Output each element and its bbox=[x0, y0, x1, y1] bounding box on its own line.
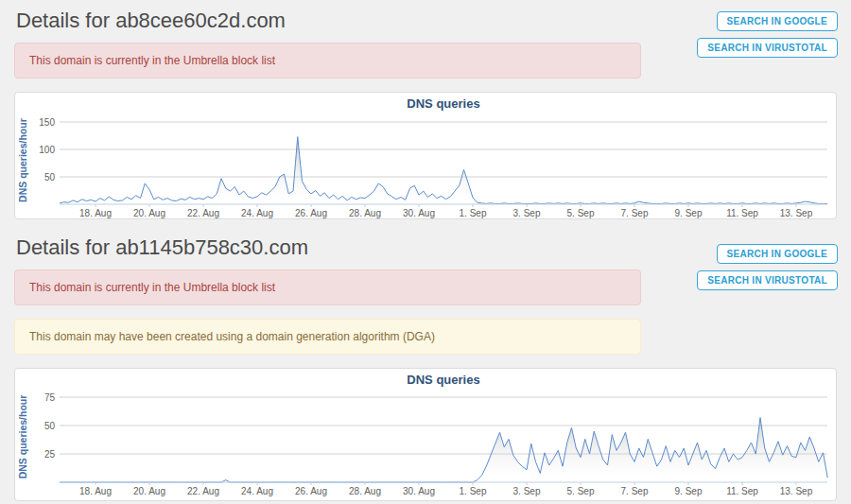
x-tick-label: 7. Sep bbox=[621, 486, 649, 496]
x-tick-label: 18. Aug bbox=[79, 208, 112, 218]
x-tick-label: 26. Aug bbox=[295, 208, 327, 218]
y-axis-title: DNS queries/hour bbox=[17, 395, 28, 479]
series-line bbox=[60, 137, 827, 204]
chart-title: DNS queries bbox=[407, 373, 479, 387]
x-tick-label: 1. Sep bbox=[460, 486, 487, 496]
x-tick-label: 11. Sep bbox=[726, 208, 758, 218]
x-tick-label: 11. Sep bbox=[726, 486, 758, 496]
dns-queries-panel: 25507518. Aug20. Aug22. Aug24. Aug26. Au… bbox=[14, 368, 837, 501]
umbrella-blocklist-alert: This domain is currently in the Umbrella… bbox=[14, 43, 641, 78]
search-buttons: SEARCH IN GOOGLE SEARCH IN VIRUSTOTAL bbox=[697, 244, 838, 297]
chart-title: DNS queries bbox=[407, 96, 479, 111]
x-tick-label: 30. Aug bbox=[403, 208, 435, 218]
x-tick-label: 30. Aug bbox=[403, 486, 435, 496]
x-tick-label: 13. Sep bbox=[780, 486, 813, 496]
x-tick-label: 24. Aug bbox=[241, 208, 273, 218]
y-tick-label: 100 bbox=[39, 145, 55, 155]
y-tick-label: 50 bbox=[44, 172, 56, 182]
y-tick-label: 75 bbox=[44, 392, 56, 403]
search-in-google-button[interactable]: SEARCH IN GOOGLE bbox=[717, 244, 838, 264]
umbrella-blocklist-alert: This domain is currently in the Umbrella… bbox=[14, 269, 641, 305]
x-tick-label: 18. Aug bbox=[79, 486, 112, 496]
dns-queries-chart: 5010015018. Aug20. Aug22. Aug24. Aug26. … bbox=[15, 93, 836, 218]
y-axis-title: DNS queries/hour bbox=[17, 118, 28, 202]
area-fill bbox=[60, 418, 827, 482]
x-tick-label: 28. Aug bbox=[349, 486, 381, 496]
x-tick-label: 5. Sep bbox=[567, 486, 595, 496]
dga-warning-alert: This domain may have been created using … bbox=[14, 319, 641, 355]
x-tick-label: 3. Sep bbox=[513, 486, 541, 496]
x-tick-label: 3. Sep bbox=[513, 208, 541, 218]
search-in-virustotal-button[interactable]: SEARCH IN VIRUSTOTAL bbox=[697, 38, 838, 58]
area-fill bbox=[60, 137, 827, 204]
x-tick-label: 9. Sep bbox=[675, 208, 703, 218]
x-tick-label: 22. Aug bbox=[187, 486, 219, 496]
x-tick-label: 20. Aug bbox=[133, 486, 165, 496]
x-tick-label: 26. Aug bbox=[295, 486, 327, 496]
dns-queries-panel: 5010015018. Aug20. Aug22. Aug24. Aug26. … bbox=[14, 92, 837, 219]
page: Details for ab8cee60c2d.com SEARCH IN GO… bbox=[0, 0, 851, 504]
x-tick-label: 13. Sep bbox=[780, 208, 813, 218]
y-tick-label: 25 bbox=[44, 449, 56, 460]
x-tick-label: 22. Aug bbox=[187, 208, 219, 218]
domain-section-1: Details for ab8cee60c2d.com SEARCH IN GO… bbox=[0, 0, 851, 219]
x-tick-label: 9. Sep bbox=[675, 486, 703, 496]
search-in-google-button[interactable]: SEARCH IN GOOGLE bbox=[717, 11, 838, 31]
dns-queries-chart: 25507518. Aug20. Aug22. Aug24. Aug26. Au… bbox=[15, 369, 836, 500]
search-in-virustotal-button[interactable]: SEARCH IN VIRUSTOTAL bbox=[697, 270, 838, 290]
search-buttons: SEARCH IN GOOGLE SEARCH IN VIRUSTOTAL bbox=[697, 11, 838, 64]
x-tick-label: 1. Sep bbox=[460, 208, 487, 218]
y-tick-label: 50 bbox=[44, 421, 56, 431]
x-tick-label: 24. Aug bbox=[241, 486, 273, 496]
domain-section-2: Details for ab1145b758c30.com SEARCH IN … bbox=[0, 219, 851, 501]
x-tick-label: 20. Aug bbox=[133, 208, 165, 218]
x-tick-label: 7. Sep bbox=[621, 208, 649, 218]
x-tick-label: 28. Aug bbox=[349, 208, 381, 218]
x-tick-label: 5. Sep bbox=[567, 208, 595, 218]
y-tick-label: 150 bbox=[39, 117, 55, 128]
